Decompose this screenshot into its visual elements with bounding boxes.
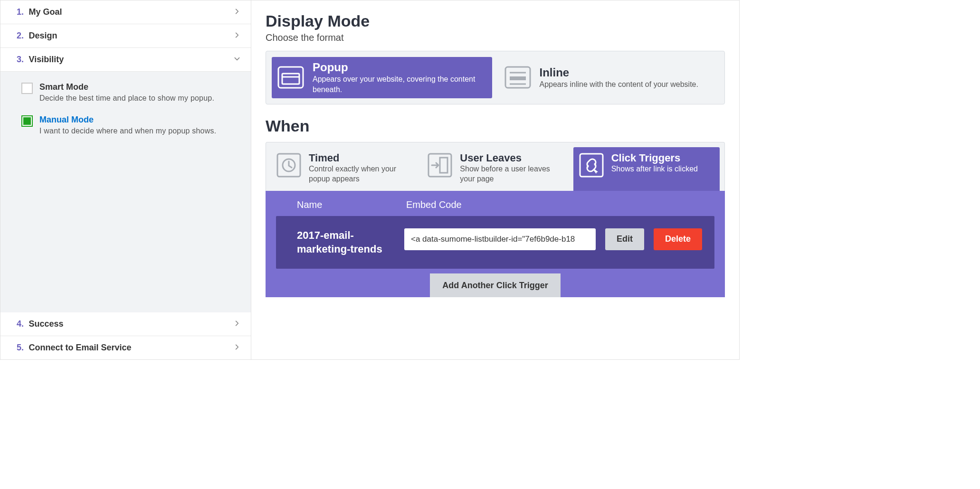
link-click-icon [578,152,605,179]
clock-icon [276,152,302,179]
inline-desc: Appears inline with the content of your … [540,79,698,90]
chevron-right-icon [234,8,240,17]
nav-item-label: My Goal [29,7,62,17]
smart-mode-title: Smart Mode [39,82,214,92]
sidebar: 1. My Goal 2. Design 3. Visibility [0,0,251,359]
exit-icon [427,152,453,179]
nav-item-number: 1. [17,7,24,17]
tab-click-triggers-title: Click Triggers [611,152,698,164]
chevron-right-icon [234,320,240,329]
display-mode-heading: Display Mode [266,12,725,30]
tab-timed[interactable]: Timed Control exactly when your popup ap… [271,147,417,191]
triggers-table-header: Name Embed Code [276,199,714,216]
manual-mode-desc: I want to decide where and when my popup… [39,127,216,135]
smart-mode-desc: Decide the best time and place to show m… [39,94,214,103]
add-trigger-row: Add Another Click Trigger [276,269,714,297]
tab-user-leaves-desc: Show before a user leaves your page [460,164,561,184]
nav-item-connect-email[interactable]: 5. Connect to Email Service [0,336,251,359]
nav-item-label: Connect to Email Service [29,343,131,352]
inline-icon [504,64,532,92]
popup-title: Popup [313,61,485,74]
edit-button[interactable]: Edit [605,228,644,250]
manual-mode-title: Manual Mode [39,115,216,125]
when-heading: When [266,117,725,135]
svg-rect-5 [510,76,526,80]
popup-desc: Appears over your website, covering the … [313,74,485,94]
when-tabs: Timed Control exactly when your popup ap… [266,142,725,191]
nav-item-number: 4. [17,319,24,329]
nav-item-label: Design [29,31,57,40]
svg-rect-1 [282,74,299,84]
visibility-sub-panel: Smart Mode Decide the best time and plac… [0,72,251,312]
column-name: Name [297,199,406,210]
nav-item-number: 3. [17,55,24,64]
chevron-right-icon [234,32,240,40]
smart-mode-option[interactable]: Smart Mode Decide the best time and plac… [21,82,238,103]
nav-item-number: 2. [17,31,24,40]
trigger-row: 2017-email-marketing-trends Edit Delete [276,216,714,269]
trigger-name: 2017-email-marketing-trends [297,228,395,256]
chevron-right-icon [234,344,240,352]
display-mode-options: Popup Appears over your website, coverin… [266,51,725,104]
nav-item-visibility[interactable]: 3. Visibility [0,48,251,72]
tab-timed-desc: Control exactly when your popup appears [309,164,410,184]
tab-click-triggers[interactable]: Click Triggers Shows after link is click… [573,147,720,191]
nav-item-success[interactable]: 4. Success [0,312,251,336]
delete-button[interactable]: Delete [654,228,702,250]
tab-click-triggers-desc: Shows after link is clicked [611,164,698,174]
when-section: When Timed Control exactly when your pop… [266,117,725,297]
column-embed: Embed Code [406,199,462,210]
display-mode-subtitle: Choose the format [266,32,725,43]
svg-rect-10 [440,158,447,173]
tab-user-leaves[interactable]: User Leaves Show before a user leaves yo… [422,147,568,191]
add-click-trigger-button[interactable]: Add Another Click Trigger [430,273,560,297]
nav-item-number: 5. [17,343,24,352]
nav-item-label: Visibility [29,55,64,64]
manual-mode-option[interactable]: Manual Mode I want to decide where and w… [21,115,238,135]
tab-timed-title: Timed [309,152,410,164]
popup-mode-card[interactable]: Popup Appears over your website, coverin… [272,57,492,98]
nav-item-label: Success [29,319,63,329]
inline-title: Inline [540,66,698,79]
checkbox-unchecked-icon[interactable] [21,83,33,94]
embed-code-input[interactable] [404,228,596,250]
svg-rect-11 [580,154,603,177]
chevron-down-icon [234,56,240,64]
inline-mode-card[interactable]: Inline Appears inline with the content o… [499,57,719,98]
nav-item-design[interactable]: 2. Design [0,24,251,48]
checkbox-checked-icon[interactable] [21,115,33,127]
app-frame: 1. My Goal 2. Design 3. Visibility [0,0,740,360]
click-triggers-panel: Name Embed Code 2017-email-marketing-tre… [266,191,725,297]
tab-user-leaves-title: User Leaves [460,152,561,164]
nav-item-my-goal[interactable]: 1. My Goal [0,0,251,24]
popup-icon [276,64,305,92]
main-panel: Display Mode Choose the format Popup App… [251,0,739,359]
